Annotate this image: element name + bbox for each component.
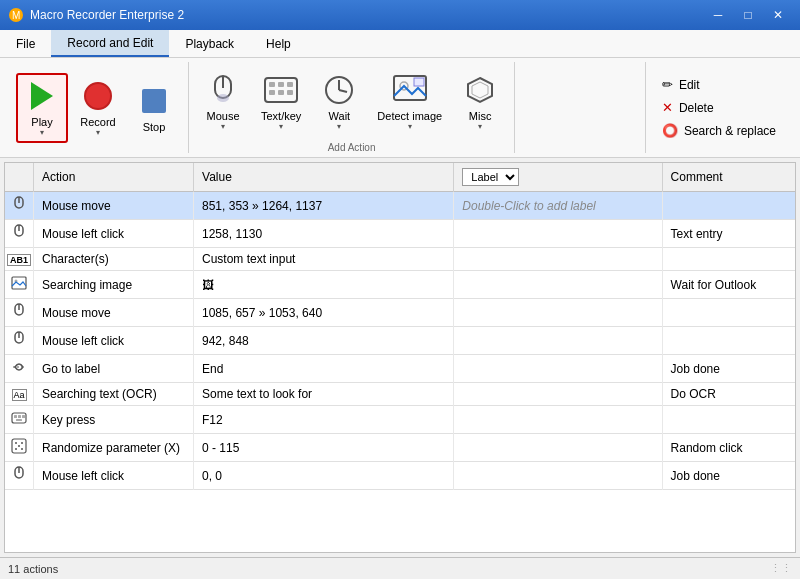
play-icon	[24, 79, 60, 114]
status-bar: 11 actions ⋮⋮	[0, 557, 800, 579]
col-action: Action	[34, 163, 194, 192]
menu-file[interactable]: File	[0, 30, 51, 57]
row-action: Mouse left click	[34, 220, 194, 248]
svg-rect-31	[18, 415, 21, 418]
row-value: 🖼	[194, 271, 454, 299]
row-label[interactable]	[454, 462, 662, 490]
minimize-button[interactable]: ─	[704, 5, 732, 25]
table-row[interactable]: Mouse move 1085, 657 » 1053, 640	[5, 299, 795, 327]
label-select-wrapper: Label	[462, 168, 653, 186]
edit-label: Edit	[679, 78, 700, 92]
row-comment: Do OCR	[662, 383, 795, 406]
maximize-button[interactable]: □	[734, 5, 762, 25]
svg-rect-7	[278, 82, 284, 87]
edit-icon: ✏	[662, 77, 673, 92]
close-button[interactable]: ✕	[764, 5, 792, 25]
row-comment: Wait for Outlook	[662, 271, 795, 299]
mouse-button[interactable]: Mouse ▾	[197, 66, 249, 136]
actions-table: Action Value Label Comment M	[5, 163, 795, 490]
menu-record-edit[interactable]: Record and Edit	[51, 30, 169, 57]
row-icon	[5, 192, 34, 220]
record-button[interactable]: Record ▾	[72, 73, 124, 143]
detect-label: Detect image	[377, 110, 442, 122]
col-comment: Comment	[662, 163, 795, 192]
title-bar-left: M Macro Recorder Enterprise 2	[8, 7, 184, 23]
label-select[interactable]: Label	[462, 168, 519, 186]
row-action: Go to label	[34, 355, 194, 383]
mouse-label: Mouse	[206, 110, 239, 122]
wait-icon	[321, 72, 357, 108]
wait-button[interactable]: Wait ▾	[313, 66, 365, 136]
stop-icon	[136, 83, 172, 119]
misc-arrow: ▾	[478, 122, 482, 131]
row-label[interactable]	[454, 220, 662, 248]
row-action: Mouse move	[34, 299, 194, 327]
grip-icon: ⋮⋮	[770, 562, 792, 575]
row-label[interactable]	[454, 248, 662, 271]
misc-label: Misc	[469, 110, 492, 122]
col-value: Value	[194, 163, 454, 192]
record-icon	[80, 79, 116, 114]
ribbon-group-playback: Play ▾ Record ▾ Stop	[8, 62, 189, 153]
table-row[interactable]: AB1 Character(s) Custom text input	[5, 248, 795, 271]
actions-table-container: Action Value Label Comment M	[4, 162, 796, 553]
detect-button[interactable]: Detect image ▾	[369, 66, 450, 136]
search-label: Search & replace	[684, 124, 776, 138]
table-row[interactable]: Key press F12	[5, 406, 795, 434]
menu-bar: File Record and Edit Playback Help	[0, 30, 800, 58]
row-label[interactable]	[454, 434, 662, 462]
row-value: 942, 848	[194, 327, 454, 355]
table-row[interactable]: Mouse left click 1258, 1130 Text entry	[5, 220, 795, 248]
row-comment	[662, 327, 795, 355]
stop-button[interactable]: Stop	[128, 73, 180, 143]
menu-help[interactable]: Help	[250, 30, 307, 57]
table-row[interactable]: Aa Searching text (OCR) Some text to loo…	[5, 383, 795, 406]
row-value: 851, 353 » 1264, 1137	[194, 192, 454, 220]
stop-label: Stop	[143, 121, 166, 133]
row-action: Mouse left click	[34, 327, 194, 355]
app-icon: M	[8, 7, 24, 23]
delete-label: Delete	[679, 101, 714, 115]
misc-button[interactable]: Misc ▾	[454, 66, 506, 136]
svg-point-35	[15, 442, 17, 444]
menu-playback[interactable]: Playback	[169, 30, 250, 57]
table-row[interactable]: Mouse move 851, 353 » 1264, 1137 Double-…	[5, 192, 795, 220]
table-row[interactable]: Mouse left click 942, 848	[5, 327, 795, 355]
table-row[interactable]: Mouse left click 0, 0 Job done	[5, 462, 795, 490]
textkey-button[interactable]: Text/key ▾	[253, 66, 309, 136]
search-replace-button[interactable]: ⭕ Search & replace	[658, 121, 780, 140]
edit-button[interactable]: ✏ Edit	[658, 75, 780, 94]
table-row[interactable]: Searching image 🖼 Wait for Outlook	[5, 271, 795, 299]
app-title: Macro Recorder Enterprise 2	[30, 8, 184, 22]
svg-rect-11	[287, 90, 293, 95]
row-label[interactable]: Double-Click to add label	[454, 192, 662, 220]
svg-point-39	[21, 448, 23, 450]
row-label[interactable]	[454, 355, 662, 383]
svg-rect-30	[14, 415, 17, 418]
wait-label: Wait	[329, 110, 351, 122]
svg-rect-17	[414, 78, 424, 86]
row-label[interactable]	[454, 406, 662, 434]
detect-icon	[392, 72, 428, 108]
detect-arrow: ▾	[408, 122, 412, 131]
row-value: 0 - 115	[194, 434, 454, 462]
row-label[interactable]	[454, 299, 662, 327]
row-icon	[5, 462, 34, 490]
svg-text:M: M	[12, 10, 20, 21]
row-value: F12	[194, 406, 454, 434]
action-count: 11 actions	[8, 563, 58, 575]
table-row[interactable]: Randomize parameter (X) 0 - 115 Random c…	[5, 434, 795, 462]
row-label[interactable]	[454, 383, 662, 406]
textkey-icon	[263, 72, 299, 108]
table-row[interactable]: Go to label End Job done	[5, 355, 795, 383]
ribbon-side-buttons: ✏ Edit ✕ Delete ⭕ Search & replace	[645, 62, 792, 153]
wait-arrow: ▾	[337, 122, 341, 131]
delete-button[interactable]: ✕ Delete	[658, 98, 780, 117]
mouse-icon	[205, 72, 241, 108]
row-comment	[662, 299, 795, 327]
play-button[interactable]: Play ▾	[16, 73, 68, 143]
row-label[interactable]	[454, 327, 662, 355]
misc-icon	[462, 72, 498, 108]
row-label[interactable]	[454, 271, 662, 299]
title-bar-controls: ─ □ ✕	[704, 5, 792, 25]
